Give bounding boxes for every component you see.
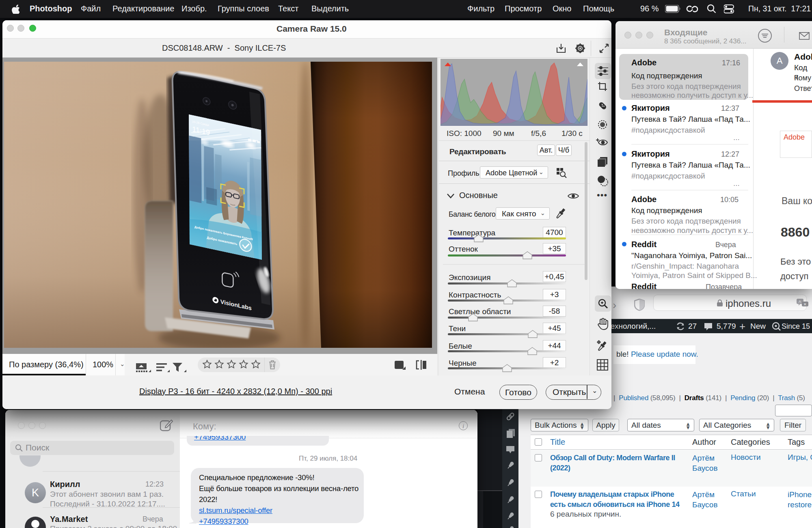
- svg-text:✕: ✕: [803, 302, 807, 306]
- svg-text:A: A: [799, 300, 801, 304]
